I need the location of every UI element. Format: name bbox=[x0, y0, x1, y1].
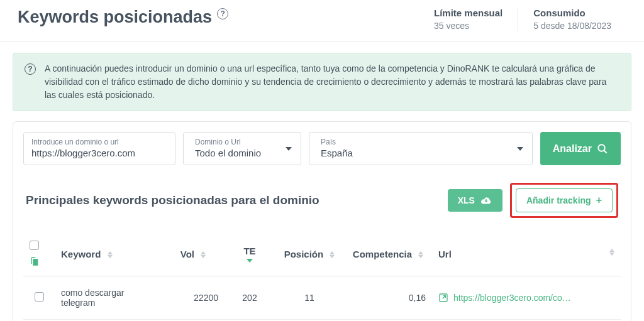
external-link-icon[interactable] bbox=[438, 293, 448, 303]
controls-row: Introduce un dominio o url Dominio o Url… bbox=[23, 132, 621, 165]
scope-select[interactable]: Dominio o Url Todo el dominio bbox=[183, 132, 301, 165]
domain-input[interactable] bbox=[31, 148, 167, 158]
analyze-label: Analizar bbox=[553, 143, 592, 155]
plus-icon: + bbox=[596, 195, 602, 206]
cell-te: 202 bbox=[225, 276, 275, 320]
add-tracking-button[interactable]: Añadir tracking + bbox=[516, 188, 613, 212]
select-all-checkbox[interactable] bbox=[30, 241, 39, 250]
table-header-row: Keyword Vol TE Posición bbox=[23, 232, 621, 276]
chevron-down-icon bbox=[517, 147, 523, 151]
tracking-highlight: Añadir tracking + bbox=[510, 183, 618, 218]
title-wrap: Keywords posicionadas ? bbox=[18, 8, 228, 27]
consumed-value: 5 desde 18/08/2023 bbox=[533, 21, 611, 31]
cloud-download-icon bbox=[480, 196, 492, 205]
xls-label: XLS bbox=[458, 195, 475, 205]
col-select bbox=[23, 232, 55, 276]
search-icon bbox=[597, 143, 608, 155]
col-vol[interactable]: Vol bbox=[162, 232, 225, 276]
help-icon[interactable]: ? bbox=[217, 8, 228, 19]
chevron-down-icon bbox=[286, 147, 292, 151]
consumed-block: Consumido 5 desde 18/08/2023 bbox=[518, 8, 626, 31]
domain-field[interactable]: Introduce un dominio o url bbox=[23, 132, 175, 165]
scope-label: Dominio o Url bbox=[195, 138, 293, 146]
content: ? A continuación puedes introducir un do… bbox=[0, 41, 644, 321]
cell-url: https://blogger3cero.com/co… bbox=[432, 276, 621, 320]
page-header: Keywords posicionadas ? Límite mensual 3… bbox=[0, 0, 644, 41]
limits: Límite mensual 35 veces Consumido 5 desd… bbox=[419, 8, 626, 31]
cell-keyword: como descargar telegram bbox=[55, 276, 162, 320]
url-link[interactable]: https://blogger3cero.com/co… bbox=[453, 293, 571, 303]
col-competencia[interactable]: Competencia bbox=[344, 232, 432, 276]
sort-icon bbox=[330, 251, 335, 258]
sort-icon bbox=[418, 251, 423, 258]
monthly-limit-value: 35 veces bbox=[434, 21, 502, 31]
sort-icon bbox=[108, 251, 113, 258]
cell-vol: 22200 bbox=[162, 276, 225, 320]
country-select[interactable]: País España bbox=[309, 132, 533, 165]
col-keyword[interactable]: Keyword bbox=[55, 232, 162, 276]
sort-icon bbox=[201, 251, 206, 258]
domain-field-label: Introduce un dominio o url bbox=[31, 138, 167, 146]
scope-value: Todo el dominio bbox=[195, 148, 293, 158]
analyze-button[interactable]: Analizar bbox=[540, 132, 621, 165]
sort-down-active-icon bbox=[247, 259, 253, 263]
section-actions: XLS Añadir tracking + bbox=[448, 183, 618, 218]
section-head: Principales keywords posicionadas para e… bbox=[23, 183, 621, 218]
keywords-table: Keyword Vol TE Posición bbox=[23, 232, 621, 321]
info-text: A continuación puedes introducir un domi… bbox=[45, 62, 619, 102]
tracking-label: Añadir tracking bbox=[526, 195, 591, 205]
cell-posicion: 11 bbox=[275, 276, 344, 320]
col-url[interactable]: Url bbox=[432, 232, 621, 276]
section-title: Principales keywords posicionadas para e… bbox=[26, 193, 319, 207]
country-value: España bbox=[321, 148, 525, 158]
consumed-label: Consumido bbox=[533, 8, 611, 18]
export-xls-button[interactable]: XLS bbox=[448, 189, 502, 212]
main-card: Introduce un dominio o url Dominio o Url… bbox=[13, 121, 631, 321]
cell-competencia: 0,16 bbox=[344, 276, 432, 320]
country-label: País bbox=[321, 138, 525, 146]
svg-line-1 bbox=[604, 150, 607, 153]
col-te[interactable]: TE bbox=[225, 232, 275, 276]
info-banner: ? A continuación puedes introducir un do… bbox=[13, 53, 631, 111]
monthly-limit-block: Límite mensual 35 veces bbox=[419, 8, 518, 31]
row-checkbox[interactable] bbox=[35, 292, 44, 302]
copy-icon[interactable] bbox=[30, 256, 40, 267]
sort-icon bbox=[609, 249, 614, 256]
monthly-limit-label: Límite mensual bbox=[434, 8, 502, 18]
svg-point-0 bbox=[598, 144, 605, 151]
info-icon: ? bbox=[25, 63, 36, 75]
table-row: como descargar telegram 22200 202 11 0,1… bbox=[23, 276, 621, 320]
col-posicion[interactable]: Posición bbox=[275, 232, 344, 276]
page-title: Keywords posicionadas bbox=[18, 8, 212, 27]
